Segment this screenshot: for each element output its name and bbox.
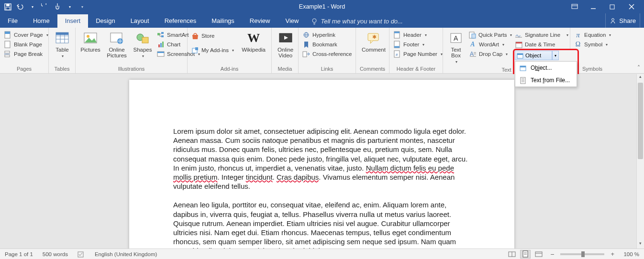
group-label: Add-ins <box>190 65 268 72</box>
wordart-button[interactable]: AWordArt▾ <box>468 40 512 49</box>
group-media: Online Video Media <box>272 28 299 73</box>
touch-more-icon[interactable]: ▾ <box>66 3 74 11</box>
scrollbar-thumb[interactable] <box>638 83 643 159</box>
wikipedia-button[interactable]: W Wikipedia <box>239 30 268 54</box>
tab-mailings[interactable]: Mailings <box>204 14 242 28</box>
window-title: Example1 - Word <box>299 3 345 10</box>
tab-file[interactable]: File <box>0 14 25 28</box>
svg-rect-46 <box>303 52 307 57</box>
tab-layout[interactable]: Layout <box>123 14 157 28</box>
svg-rect-15 <box>5 41 10 48</box>
status-language[interactable]: English (United Kingdom) <box>90 251 162 257</box>
hyperlink-button[interactable]: Hyperlink <box>301 31 353 39</box>
tab-insert[interactable]: Insert <box>57 14 89 28</box>
ribbon-options-icon[interactable] <box>571 4 580 10</box>
page-number-button[interactable]: #Page Number▾ <box>392 50 444 58</box>
collapse-ribbon-icon[interactable]: ˄ <box>637 65 640 71</box>
object-menu-text-from-file[interactable]: Text from File... <box>515 74 577 86</box>
svg-rect-16 <box>5 51 10 53</box>
drop-cap-button[interactable]: ADrop Cap▾ <box>468 50 512 58</box>
svg-text:✱: ✱ <box>372 34 377 40</box>
caret-icon: ▾ <box>608 33 611 37</box>
minimize-icon[interactable] <box>590 4 599 10</box>
object-icon <box>519 64 527 72</box>
svg-rect-24 <box>56 32 68 35</box>
online-video-button[interactable]: Online Video <box>275 30 296 59</box>
object-menu-object[interactable]: Object... <box>515 62 577 74</box>
view-read-mode[interactable] <box>507 250 517 259</box>
tab-review[interactable]: Review <box>242 14 278 28</box>
close-icon[interactable] <box>629 4 637 10</box>
quick-parts-button[interactable]: Quick Parts▾ <box>468 31 512 39</box>
store-button[interactable]: Store <box>190 32 237 40</box>
symbol-button[interactable]: ΩSymbol▾ <box>573 40 612 49</box>
view-web-layout[interactable] <box>533 250 544 259</box>
undo-more-icon[interactable]: ▾ <box>29 3 36 11</box>
zoom-slider[interactable] <box>560 253 604 255</box>
scroll-down-icon[interactable]: ▾ <box>637 241 644 248</box>
svg-rect-14 <box>5 32 10 34</box>
tell-me[interactable]: Tell me what you want to do... <box>306 15 408 28</box>
header-button[interactable]: Header▾ <box>392 31 444 39</box>
text-box-button[interactable]: A Text Box▾ <box>446 30 466 66</box>
qat-customize-icon[interactable]: ▾ <box>78 3 86 11</box>
view-print-layout[interactable] <box>520 250 531 259</box>
tab-home[interactable]: Home <box>25 14 57 28</box>
svg-text:A: A <box>454 34 458 42</box>
zoom-thumb[interactable] <box>581 251 585 257</box>
zoom-level[interactable]: 100 % <box>621 251 641 257</box>
equation-button[interactable]: πEquation▾ <box>573 31 612 39</box>
tab-design[interactable]: Design <box>88 14 122 28</box>
undo-icon[interactable] <box>16 3 24 11</box>
zoom-in-button[interactable]: + <box>607 250 618 259</box>
footer-button[interactable]: Footer▾ <box>392 40 444 49</box>
redo-icon[interactable] <box>41 3 49 11</box>
tab-references[interactable]: References <box>157 14 204 28</box>
svg-text:#: # <box>396 53 398 57</box>
cross-reference-button[interactable]: Cross-reference <box>301 50 353 58</box>
cross-reference-icon <box>302 50 310 58</box>
shapes-button[interactable]: Shapes▾ <box>131 30 154 60</box>
cover-page-button[interactable]: Cover Page▾ <box>3 31 49 39</box>
blank-page-button[interactable]: Blank Page <box>3 40 49 49</box>
scroll-up-icon[interactable]: ▴ <box>637 74 644 82</box>
group-label: Illustrations <box>78 65 184 72</box>
object-button[interactable]: Object <box>515 51 552 60</box>
caret-icon: ▾ <box>45 33 48 37</box>
touch-mode-icon[interactable] <box>54 3 61 11</box>
tab-view[interactable]: View <box>278 14 306 28</box>
store-icon <box>191 32 199 40</box>
svg-rect-35 <box>160 43 162 47</box>
status-page[interactable]: Page 1 of 1 <box>0 251 38 257</box>
group-pages: Cover Page▾ Blank Page Page Break Pages <box>0 28 49 73</box>
online-pictures-button[interactable]: Online Pictures <box>104 30 129 59</box>
proofing-icon <box>78 251 85 258</box>
cover-page-icon <box>4 31 11 39</box>
comment-button[interactable]: ✱ Comment <box>359 30 389 54</box>
maximize-icon[interactable] <box>610 4 618 10</box>
object-dropdown-arrow[interactable]: ▾ <box>552 51 559 60</box>
group-label: Header & Footer <box>392 65 440 72</box>
zoom-out-button[interactable]: − <box>547 250 557 259</box>
svg-rect-17 <box>5 55 10 57</box>
bookmark-button[interactable]: Bookmark <box>301 40 353 49</box>
page-break-button[interactable]: Page Break <box>3 50 49 58</box>
document-page[interactable]: Lorem ipsum dolor sit amet, consectetuer… <box>129 80 514 248</box>
date-time-button[interactable]: Date & Time <box>514 40 569 49</box>
title-bar: ▾ ▾ ▾ Example1 - Word <box>0 0 644 13</box>
table-button[interactable]: Table▾ <box>52 30 73 60</box>
signature-line-button[interactable]: Signature Line▾ <box>514 31 569 39</box>
caret-icon: ▾ <box>424 33 427 37</box>
pictures-button[interactable]: Pictures <box>78 30 102 54</box>
share-label: Share <box>619 17 636 24</box>
save-icon[interactable] <box>4 3 11 11</box>
table-icon <box>55 31 70 46</box>
status-words[interactable]: 500 words <box>38 251 73 257</box>
document-area: Lorem ipsum dolor sit amet, consectetuer… <box>0 74 644 248</box>
svg-point-12 <box>612 19 614 21</box>
caret-icon: ▾ <box>61 54 64 58</box>
my-addins-button[interactable]: My Add-ins▾ <box>190 46 237 54</box>
status-proofing[interactable] <box>73 251 90 258</box>
share-button[interactable]: Share <box>605 13 640 28</box>
vertical-scrollbar[interactable]: ▴ ▾ <box>636 74 644 248</box>
